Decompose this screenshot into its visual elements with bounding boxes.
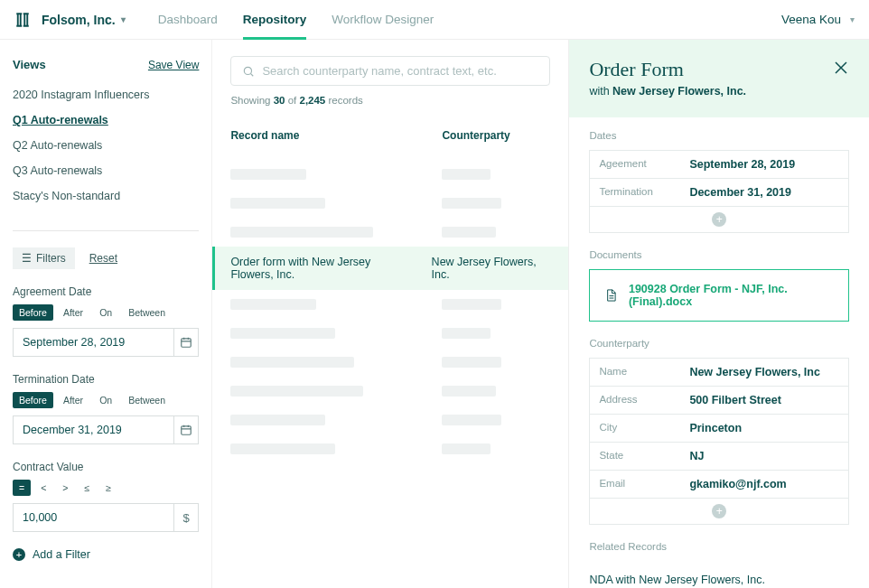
col-record-name[interactable]: Record name [230,129,420,142]
panel-header: Order Form with New Jersey Flowers, Inc. [569,40,869,117]
termination-date-input[interactable] [14,416,173,443]
meta-key: State [590,443,680,470]
results-count: Showing 30 of 2,245 records [230,95,550,106]
agreement-date-input[interactable] [14,329,173,356]
record-name-cell: Order form with New Jersey Flowers, Inc. [230,256,409,281]
section-related-label: Related Records [589,541,849,552]
meta-key: Address [590,387,680,414]
meta-key: Termination [590,179,680,206]
filter-icon: ☰ [22,252,32,265]
filter-label: Agreement Date [13,285,199,298]
calendar-icon[interactable] [173,416,198,443]
view-item[interactable]: Q1 Auto-renewals [13,107,199,133]
pill-gt[interactable]: > [56,480,74,496]
table-row[interactable] [230,189,550,218]
meta-val: gkamiko@njf.com [680,471,848,498]
chevron-down-icon: ▾ [850,14,855,24]
meta-row[interactable]: Termination December 31, 2019 [590,179,848,207]
col-counterparty[interactable]: Counterparty [442,129,550,142]
meta-key: Email [590,471,680,498]
add-filter-label: Add a Filter [33,548,90,561]
table-row[interactable] [230,218,550,247]
view-item[interactable]: Q3 Auto-renewals [13,158,199,183]
contract-value-input[interactable] [14,504,173,531]
filter-label: Contract Value [13,461,199,473]
filters-label: Filters [36,252,66,265]
filter-termination-date: Termination Date Before After On Between [13,373,199,444]
search-box[interactable] [230,56,550,86]
meta-row[interactable]: CityPrinceton [590,415,848,443]
pill-eq[interactable]: = [13,480,31,496]
org-name: Folsom, Inc. [42,13,116,27]
views-heading: Views [13,58,46,71]
meta-row[interactable]: StateNJ [590,443,848,471]
pill-gte[interactable]: ≥ [99,480,117,496]
pill-on[interactable]: On [93,392,118,408]
user-name: Veena Kou [781,13,841,26]
table-row-active[interactable]: Order form with New Jersey Flowers, Inc.… [212,247,568,290]
meta-key: Name [590,359,680,386]
meta-key: City [590,415,680,442]
main-content: Showing 30 of 2,245 records Record name … [212,40,568,588]
counterparty-table: NameNew Jersey Flowers, Inc Address500 F… [589,358,849,525]
pill-after[interactable]: After [57,392,89,408]
svg-rect-1 [182,426,192,434]
sidebar: Views Save View 2020 Instagram Influence… [0,40,212,588]
filter-contract-value: Contract Value = < > ≤ ≥ $ [13,461,199,532]
close-icon[interactable] [833,60,849,79]
logo-icon [14,12,31,28]
document-name: 190928 Order Form - NJF, Inc. (Final).do… [629,283,834,308]
reset-link[interactable]: Reset [89,252,117,265]
nav-workflow[interactable]: Workflow Designer [332,0,434,39]
view-item[interactable]: Q2 Auto-renewals [13,133,199,158]
views-list: 2020 Instagram Influencers Q1 Auto-renew… [13,82,199,209]
counterparty-cell: New Jersey Flowers, Inc. [432,256,551,281]
section-dates-label: Dates [589,130,849,141]
section-documents-label: Documents [589,249,849,260]
document-item[interactable]: 190928 Order Form - NJF, Inc. (Final).do… [589,269,849,322]
pill-before[interactable]: Before [13,304,53,321]
related-record-item[interactable]: NDA with New Jersey Flowers, Inc. [569,565,869,588]
add-filter-button[interactable]: + Add a Filter [13,548,199,561]
pill-between[interactable]: Between [122,392,172,408]
save-view-link[interactable]: Save View [148,59,199,71]
divider [13,230,199,231]
panel-subtitle: with New Jersey Flowers, Inc. [589,85,849,98]
meta-row[interactable]: Address500 Filbert Street [590,387,848,415]
meta-val: September 28, 2019 [680,151,848,178]
topbar: Folsom, Inc. ▾ Dashboard Repository Work… [0,0,869,40]
meta-row[interactable]: NameNew Jersey Flowers, Inc [590,359,848,387]
org-switcher[interactable]: Folsom, Inc. ▾ [42,13,126,27]
pill-before[interactable]: Before [13,392,53,408]
pill-lte[interactable]: ≤ [78,480,96,496]
table-row[interactable] [230,319,550,348]
meta-val: Princeton [680,415,848,442]
search-input[interactable] [262,64,538,78]
pill-lt[interactable]: < [34,480,52,496]
pill-after[interactable]: After [57,304,89,321]
search-icon [242,65,255,78]
meta-row[interactable]: Emailgkamiko@njf.com [590,471,848,499]
panel-title: Order Form [589,58,849,81]
top-nav: Dashboard Repository Workflow Designer [158,0,434,39]
meta-val: December 31, 2019 [680,179,848,206]
table-row[interactable] [230,377,550,406]
table-row[interactable] [230,160,550,189]
document-icon [604,287,618,303]
pill-on[interactable]: On [93,304,118,321]
user-menu[interactable]: Veena Kou ▾ [781,13,855,26]
table-row[interactable] [230,434,550,463]
nav-repository[interactable]: Repository [243,0,307,39]
add-counterparty-field-button[interactable]: + [712,504,726,518]
nav-dashboard[interactable]: Dashboard [158,0,218,39]
view-item[interactable]: Stacy's Non-standard [13,183,199,209]
table-row[interactable] [230,348,550,377]
add-date-button[interactable]: + [712,212,726,227]
view-item[interactable]: 2020 Instagram Influencers [13,82,199,107]
meta-row[interactable]: Ageement September 28, 2019 [590,151,848,179]
table-row[interactable] [230,290,550,319]
filters-button[interactable]: ☰ Filters [13,247,75,269]
pill-between[interactable]: Between [122,304,172,321]
calendar-icon[interactable] [173,329,198,356]
table-row[interactable] [230,406,550,434]
